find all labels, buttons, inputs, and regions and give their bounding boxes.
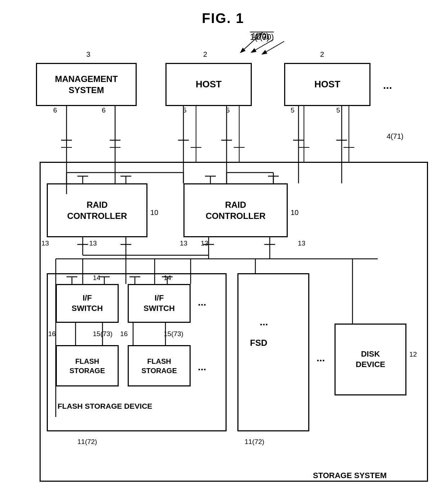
ref-5b: 5 <box>226 106 230 114</box>
flash-storage-2-box: FLASH STORAGE <box>128 345 191 386</box>
dots-fsd: ... <box>260 316 268 328</box>
ref-13b: 13 <box>89 239 97 247</box>
ref-15a: 15(73) <box>93 330 113 338</box>
ref-13d: 13 <box>201 239 208 247</box>
raid-controller-1-label: RAID CONTROLLER <box>67 199 127 221</box>
raid-controller-1-box: RAID CONTROLLER <box>47 183 147 237</box>
disk-device-label: DISK DEVICE <box>356 349 385 370</box>
flash-storage-1-label: FLASH STORAGE <box>69 357 105 375</box>
if-switch-2-box: I/F SWITCH <box>128 284 191 323</box>
flash-storage-device-label: FLASH STORAGE DEVICE <box>58 402 152 411</box>
ref-label-1-70: 1(70) <box>250 32 269 42</box>
host1-box: HOST <box>165 63 252 106</box>
disk-device-box: DISK DEVICE <box>334 324 406 395</box>
flash-storage-2-label: FLASH STORAGE <box>141 357 177 375</box>
ref-13c: 13 <box>180 239 187 247</box>
host1-label: HOST <box>196 78 222 91</box>
ref-2a: 2 <box>203 50 207 59</box>
ref-12: 12 <box>409 350 417 358</box>
diagram: FIG. 1 <box>0 0 446 504</box>
ref-4-71: 4(71) <box>387 132 404 141</box>
fsd-box <box>237 273 309 431</box>
svg-line-98 <box>263 41 284 54</box>
ref-16a: 16 <box>48 330 56 338</box>
ref-13a: 13 <box>41 239 49 247</box>
ref-11b: 11(72) <box>245 438 264 446</box>
figure-title: FIG. 1 <box>0 0 446 26</box>
ref-14b: 14 <box>164 274 171 282</box>
ref-6a: 6 <box>53 106 57 114</box>
management-system-label: MANAGEMENT SYSTEM <box>55 73 118 96</box>
if-switch-1-label: I/F SWITCH <box>72 293 103 313</box>
dots-host: ... <box>383 79 392 91</box>
ref-5a: 5 <box>183 106 187 114</box>
ref-2b: 2 <box>320 50 324 59</box>
dots-flash-storage: ... <box>198 361 206 373</box>
ref-16b: 16 <box>120 330 128 338</box>
ref-6b: 6 <box>102 106 106 114</box>
management-system-box: MANAGEMENT SYSTEM <box>36 63 137 106</box>
storage-system-label: STORAGE SYSTEM <box>313 471 387 480</box>
ref-10b: 10 <box>291 209 299 217</box>
host2-box: HOST <box>284 63 370 106</box>
raid-controller-2-box: RAID CONTROLLER <box>183 183 288 237</box>
fsd-label: FSD <box>250 338 267 348</box>
ref-11a: 11(72) <box>77 438 97 446</box>
host2-label: HOST <box>314 78 340 91</box>
ref-5d: 5 <box>336 106 340 114</box>
raid-controller-2-label: RAID CONTROLLER <box>206 199 266 221</box>
if-switch-2-label: I/F SWITCH <box>144 293 175 313</box>
dots-if-switch: ... <box>198 297 206 308</box>
ref-15b: 15(73) <box>164 330 183 338</box>
if-switch-1-box: I/F SWITCH <box>56 284 119 323</box>
ref-5c: 5 <box>291 106 295 114</box>
flash-storage-1-box: FLASH STORAGE <box>56 345 119 386</box>
dots-disk: ... <box>317 352 325 364</box>
ref-3: 3 <box>86 50 90 59</box>
ref-10a: 10 <box>150 209 158 217</box>
ref-14a: 14 <box>93 274 100 282</box>
ref-13e: 13 <box>298 239 305 247</box>
